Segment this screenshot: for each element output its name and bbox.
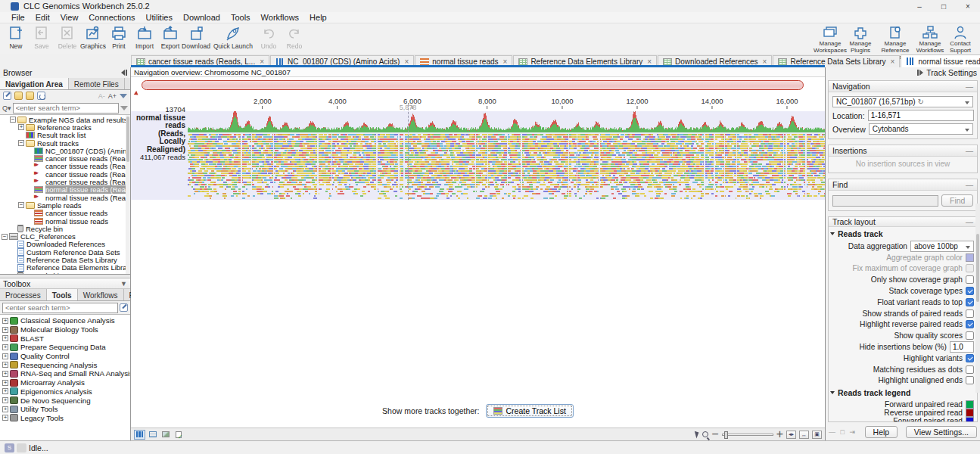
launch-tool-icon[interactable] xyxy=(120,303,128,312)
reads-track-legend-section[interactable]: Reads track legend xyxy=(830,388,975,397)
navigation-group-header[interactable]: Navigation— xyxy=(829,81,977,92)
graphics-button[interactable]: Graphics xyxy=(80,25,106,50)
track-layout-group-header[interactable]: Track layout— xyxy=(829,217,977,227)
tree-expander-icon[interactable] xyxy=(2,388,8,394)
tree-item[interactable]: Reference tracks xyxy=(0,123,130,131)
toolbox-tab[interactable]: Tools xyxy=(47,289,78,300)
image-view-mode-button[interactable] xyxy=(160,430,171,440)
matching-dots-checkbox[interactable] xyxy=(966,365,974,374)
toolbox-tab[interactable]: Processes xyxy=(0,289,47,300)
tree-expander-icon[interactable] xyxy=(2,415,8,421)
maximize-button[interactable]: □ xyxy=(932,0,956,12)
stack-coverage-checkbox[interactable] xyxy=(966,287,974,295)
tree-item[interactable]: normal tissue reads (Read xyxy=(0,186,130,194)
toolbox-menu-icon[interactable]: ▼ xyxy=(120,280,127,288)
status-badge[interactable]: S xyxy=(5,443,14,452)
tree-expander-icon[interactable] xyxy=(2,397,8,403)
toolbox-item[interactable]: Resequencing Analysis xyxy=(0,360,130,369)
search-scope-icon[interactable]: Q▾ xyxy=(2,104,11,112)
tree-item[interactable]: cancer tissue reads (Reads xyxy=(0,178,130,185)
expand-panel-icon[interactable] xyxy=(917,70,923,76)
collapse-panel-icon[interactable] xyxy=(121,70,127,76)
quality-scores-checkbox[interactable] xyxy=(966,331,974,340)
quick-launch-button[interactable]: Quick Launch xyxy=(213,25,253,50)
quick-add-icon[interactable] xyxy=(3,92,11,100)
tree-item[interactable]: Result track list xyxy=(0,132,130,139)
menu-item[interactable]: Workflows xyxy=(256,12,305,23)
filter-icon[interactable] xyxy=(120,94,127,98)
tree-item[interactable]: Recycle bin xyxy=(0,272,130,275)
tree-item[interactable]: cancer tissue reads (Reads xyxy=(0,154,130,162)
tree-item[interactable]: cancer tissue reads (Reads xyxy=(0,163,130,170)
fix-maximum-checkbox[interactable] xyxy=(966,264,974,272)
export-button[interactable]: Export xyxy=(157,25,183,50)
tree-item[interactable]: Result tracks xyxy=(0,139,130,147)
refresh-icon[interactable]: ↻ xyxy=(918,98,924,106)
tree-expander-icon[interactable] xyxy=(2,380,8,386)
tree-item[interactable]: cancer tissue reads xyxy=(0,210,130,217)
tree-item[interactable]: CLC_References xyxy=(0,232,130,240)
tree-expander-icon[interactable] xyxy=(2,234,8,240)
toolbox-item[interactable]: Classical Sequence Analysis xyxy=(0,316,130,325)
tree-expander-icon[interactable] xyxy=(2,344,8,350)
toolbox-item[interactable]: Legacy Tools xyxy=(0,414,130,423)
menu-item[interactable]: Download xyxy=(178,12,226,23)
table-view-mode-button[interactable] xyxy=(147,430,158,440)
minimize-button[interactable]: – xyxy=(907,0,932,12)
toolbox-item[interactable]: De Novo Sequencing xyxy=(0,396,130,405)
toolbox-item[interactable]: Quality Control xyxy=(0,352,130,361)
delete-button[interactable]: Delete xyxy=(54,25,80,50)
find-group-header[interactable]: Find— xyxy=(829,179,977,191)
toolbox-item[interactable]: RNA-Seq and Small RNA Analysis xyxy=(0,369,130,378)
zoom-slider[interactable] xyxy=(722,434,773,436)
new-folder-icon[interactable] xyxy=(14,92,23,100)
toolbox-item[interactable]: BLAST xyxy=(0,334,130,343)
zoom-slider-thumb[interactable] xyxy=(724,431,728,439)
tree-expander-icon[interactable] xyxy=(2,362,8,368)
hide-insertions-input[interactable] xyxy=(950,341,974,353)
zoom-100-button[interactable]: ↔ xyxy=(799,431,809,439)
toolbox-item[interactable]: Molecular Biology Tools xyxy=(0,325,130,334)
browser-tab[interactable]: Remote Files xyxy=(69,78,125,89)
highlight-variants-checkbox[interactable] xyxy=(966,354,974,362)
menu-item[interactable]: File xyxy=(6,12,30,23)
panel-dock-icons[interactable]: — □ ⇥ xyxy=(829,428,857,436)
only-coverage-checkbox[interactable] xyxy=(966,275,974,284)
search-options-icon[interactable] xyxy=(120,106,128,110)
reference-dropdown[interactable]: NC_001807 (16,571bp) ↻ xyxy=(832,96,973,107)
view-settings-button[interactable]: View Settings... xyxy=(906,426,977,438)
collapse-group-icon[interactable]: — xyxy=(966,82,973,91)
tree-expander-icon[interactable] xyxy=(18,124,24,130)
tree-item[interactable]: cancer tissue reads (Reads xyxy=(0,170,130,178)
report-view-mode-button[interactable] xyxy=(173,430,184,440)
menu-item[interactable]: Edit xyxy=(30,12,55,23)
tree-expander-icon[interactable] xyxy=(18,140,24,146)
tree-item[interactable]: Custom Reference Data Sets xyxy=(0,248,130,256)
unaligned-ends-checkbox[interactable] xyxy=(966,376,974,384)
decrease-font-icon[interactable]: A- xyxy=(98,92,105,100)
menu-item[interactable]: View xyxy=(55,12,84,23)
chromosome-bar[interactable] xyxy=(142,80,804,90)
tree-scrollbar[interactable] xyxy=(126,115,130,274)
tree-expander-icon[interactable] xyxy=(2,327,8,333)
increase-font-icon[interactable]: A+ xyxy=(108,92,117,100)
save-button[interactable]: Save xyxy=(29,25,54,50)
zoom-tool-icon[interactable] xyxy=(702,431,708,437)
tree-item[interactable]: NC_001807 (CDS) (Amino A xyxy=(0,147,130,154)
float-variant-checkbox[interactable] xyxy=(966,298,974,306)
tree-expander-icon[interactable] xyxy=(2,406,8,412)
reads-visualization[interactable] xyxy=(188,111,825,200)
collapse-group-icon[interactable]: — xyxy=(966,218,973,226)
reads-track-section[interactable]: Reads track xyxy=(830,229,975,238)
overview-dropdown[interactable]: Cytobands xyxy=(869,123,973,135)
tree-expander-icon[interactable] xyxy=(18,202,24,208)
undo-button[interactable]: Undo xyxy=(256,25,282,50)
selection-tool-icon[interactable] xyxy=(695,431,700,439)
toolbox-item[interactable]: Prepare Sequencing Data xyxy=(0,343,130,352)
import-button[interactable]: Import xyxy=(132,25,157,50)
toolbox-item[interactable]: Utility Tools xyxy=(0,405,130,414)
find-button[interactable]: Find xyxy=(941,194,973,207)
tab-close-icon[interactable]: × xyxy=(891,58,895,66)
tree-item[interactable]: Recycle bin xyxy=(0,225,130,232)
aggregate-color-swatch[interactable] xyxy=(966,253,974,262)
